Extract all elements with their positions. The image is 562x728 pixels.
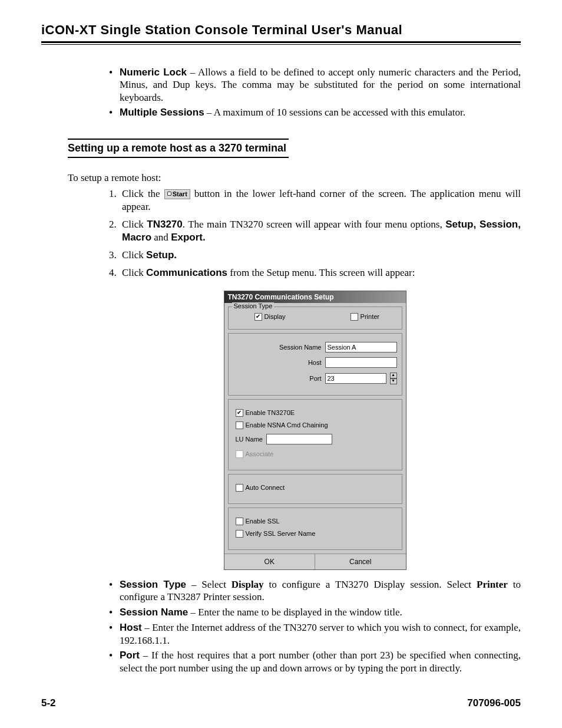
desc-label: Host [120, 622, 142, 633]
cancel-button[interactable]: Cancel [315, 554, 406, 569]
step-3: Click Setup. [109, 249, 521, 262]
checkbox-icon [236, 518, 243, 525]
autoconnect-group: Auto Connect [228, 474, 402, 504]
desc-session-name: Session Name – Enter the name to be disp… [109, 606, 521, 619]
enable-ssl-checkbox[interactable]: Enable SSL [236, 518, 395, 525]
bullet-multiple-sessions: Multiple Sessions – A maximum of 10 sess… [109, 106, 521, 118]
checkbox-icon [236, 421, 243, 429]
field-description-list: Session Type – Select Display to configu… [109, 578, 521, 675]
checkbox-icon [351, 313, 358, 321]
checkbox-label: Display [265, 313, 286, 320]
step-2: Click TN3270. The main TN3270 screen wil… [109, 218, 521, 244]
group-legend: Session Type [232, 302, 275, 309]
checkbox-icon: ✔ [236, 409, 243, 417]
intro-line: To setup a remote host: [68, 172, 521, 184]
step-text: Click [122, 219, 147, 230]
tn3270e-group: ✔Enable TN3270E Enable NSNA Cmd Chaining… [228, 399, 402, 470]
communications-setup-dialog: TN3270 Communications Setup Session Type… [224, 291, 406, 570]
verify-ssl-checkbox[interactable]: Verify SSL Server Name [236, 530, 395, 538]
desc-bold: Printer [477, 579, 508, 590]
header-rule-thin [41, 44, 521, 45]
bullet-label: Multiple Sessions [120, 107, 204, 118]
page-number: 5-2 [41, 697, 56, 709]
step-text: and [151, 232, 171, 243]
display-checkbox[interactable]: ✔Display [254, 313, 286, 321]
step-bold: TN3270 [147, 219, 182, 230]
step-text: Click the [122, 188, 164, 199]
checkbox-label: Verify SSL Server Name [246, 530, 316, 537]
step-text: Click [122, 267, 146, 278]
start-label: Start [173, 190, 187, 197]
desc-text: – If the host requires that a port numbe… [120, 650, 521, 674]
associate-checkbox[interactable]: Associate [236, 450, 395, 458]
section-heading: Setting up a remote host as a 3270 termi… [68, 139, 289, 158]
desc-text: to configure a TN3270 Display session. S… [264, 579, 477, 590]
document-number: 707096-005 [467, 697, 521, 709]
chevron-down-icon[interactable]: ▼ [390, 378, 397, 384]
checkbox-label: Enable SSL [246, 518, 280, 525]
start-button-inline: Start [164, 189, 190, 199]
bullet-text: – A maximum of 10 sessions can be access… [204, 107, 465, 118]
step-bold: Setup. [146, 249, 177, 261]
page-header-title: iCON-XT Single Station Console Terminal … [41, 22, 521, 41]
lu-name-label: LU Name [236, 436, 263, 443]
step-text: Click [122, 249, 146, 261]
page-footer: 5-2 707096-005 [41, 697, 521, 709]
printer-checkbox[interactable]: Printer [351, 313, 379, 321]
enable-nsna-checkbox[interactable]: Enable NSNA Cmd Chaining [236, 421, 395, 429]
checkbox-icon [236, 530, 243, 538]
desc-text: – Enter the name to be displayed in the … [188, 607, 402, 618]
session-name-input[interactable]: Session A [325, 342, 397, 353]
desc-bold: Display [232, 579, 264, 590]
enable-tn3270e-checkbox[interactable]: ✔Enable TN3270E [236, 409, 395, 417]
desc-label: Session Type [120, 579, 186, 590]
desc-text: – Enter the Internet address of the TN32… [120, 622, 521, 646]
checkbox-label: Enable TN3270E [246, 409, 295, 416]
steps-list: Click the Start button in the lower left… [109, 187, 521, 280]
checkbox-label: Associate [246, 450, 274, 457]
port-input[interactable]: 23 [325, 373, 386, 384]
desc-session-type: Session Type – Select Display to configu… [109, 578, 521, 604]
feature-bullet-list: Numeric Lock – Allows a field to be defi… [109, 66, 521, 118]
auto-connect-checkbox[interactable]: Auto Connect [236, 484, 395, 492]
bullet-label: Numeric Lock [120, 67, 187, 78]
session-type-group: Session Type ✔Display Printer [228, 307, 402, 330]
checkbox-label: Printer [361, 313, 379, 320]
chevron-up-icon[interactable]: ▲ [390, 373, 397, 378]
checkbox-icon [236, 450, 243, 458]
start-icon [167, 192, 171, 196]
ok-button[interactable]: OK [224, 554, 316, 569]
step-4: Click Communications from the Setup menu… [109, 266, 521, 279]
ssl-group: Enable SSL Verify SSL Server Name [228, 508, 402, 550]
desc-port: Port – If the host requires that a port … [109, 649, 521, 675]
checkbox-icon: ✔ [254, 313, 262, 321]
lu-name-input[interactable] [266, 434, 332, 444]
bullet-numeric-lock: Numeric Lock – Allows a field to be defi… [109, 66, 521, 104]
step-text: from the Setup menu. This screen will ap… [227, 267, 415, 278]
checkbox-label: Enable NSNA Cmd Chaining [246, 421, 328, 429]
host-label: Host [233, 359, 322, 366]
dialog-button-row: OK Cancel [224, 554, 406, 569]
header-rule-thick [41, 41, 521, 43]
desc-label: Port [120, 650, 140, 661]
checkbox-label: Auto Connect [246, 484, 285, 491]
dialog-titlebar: TN3270 Communications Setup [224, 291, 406, 303]
session-name-label: Session Name [233, 344, 322, 351]
step-bold: Export. [171, 232, 206, 243]
port-label: Port [233, 375, 322, 382]
port-spinner[interactable]: ▲ ▼ [390, 373, 397, 384]
desc-text: – Select [186, 579, 232, 590]
step-text: . The main TN3270 screen will appear wit… [183, 219, 445, 230]
step-1: Click the Start button in the lower left… [109, 187, 521, 213]
host-input[interactable] [325, 357, 397, 368]
connection-group: Session Name Session A Host Port 23 ▲ ▼ [228, 333, 402, 396]
desc-host: Host – Enter the Internet address of the… [109, 621, 521, 647]
checkbox-icon [236, 484, 243, 492]
desc-label: Session Name [120, 607, 188, 618]
step-bold: Communications [146, 267, 227, 278]
